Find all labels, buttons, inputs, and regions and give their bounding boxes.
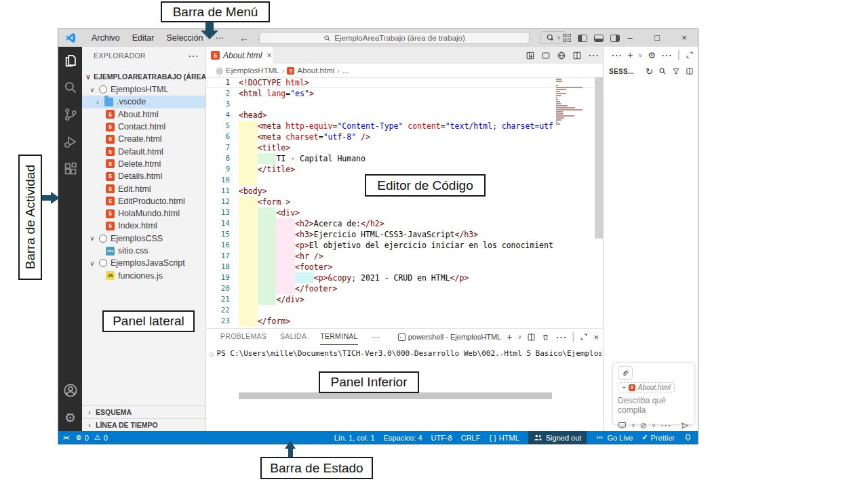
tab-close-icon[interactable]: ×	[267, 51, 271, 60]
code-line-7[interactable]: 7<title>	[207, 142, 604, 153]
tree-item-Details.html[interactable]: 5Details.html	[82, 170, 205, 182]
settings-gear-icon[interactable]: ⚙	[58, 404, 82, 431]
explorer-more-actions-icon[interactable]: ⋯	[188, 49, 199, 62]
workspace-root-item[interactable]: ∨ EJEMPLOAREATRABAJO (ÁREA DE...	[82, 70, 205, 83]
close-panel-icon[interactable]: ×	[593, 332, 599, 342]
code-line-18[interactable]: 18<footer>	[207, 262, 604, 272]
panel-more-actions-icon[interactable]: ⋯	[555, 331, 566, 344]
breadcrumb-EjemplosHTML[interactable]: ◎EjemplosHTML	[216, 66, 279, 75]
horizontal-scrollbar[interactable]	[239, 392, 552, 399]
new-chat-icon[interactable]: +	[627, 49, 633, 60]
toggle-layout-icon[interactable]	[541, 51, 551, 60]
language-mode[interactable]: { } HTML	[489, 434, 519, 442]
signed-out-status[interactable]: Signed out	[528, 431, 587, 444]
code-line-22[interactable]: 22	[207, 305, 604, 316]
maximize-button[interactable]: □	[644, 29, 671, 47]
tree-item-Edit.html[interactable]: 5Edit.html	[82, 182, 205, 195]
code-line-15[interactable]: 15<h3>Ejercicio HTML-CSS3-JavaScript</h3…	[207, 229, 604, 240]
attach-context-button[interactable]	[618, 366, 633, 380]
code-line-19[interactable]: 19<p>&copy; 2021 - CRUD en HTML</p>	[207, 272, 604, 283]
breadcrumb-Abouthtml[interactable]: 5About.html	[287, 66, 334, 75]
remote-indicator-icon[interactable]: ><	[63, 434, 69, 441]
cursor-position[interactable]: Lín. 1, col. 1	[334, 434, 375, 442]
chat-input-placeholder[interactable]: Describa qué compila	[618, 396, 690, 415]
panel-tab-salida[interactable]: SALIDA	[280, 329, 307, 345]
chat-history-icon[interactable]: ⋯	[611, 49, 622, 62]
prettier-status[interactable]: ✓ Prettier	[642, 433, 675, 442]
chevron-down-icon[interactable]: ∨	[638, 52, 642, 58]
tree-item-Default.html[interactable]: 5Default.html	[82, 145, 205, 157]
code-line-16[interactable]: 16<p>El objetivo del ejercicio iniciar e…	[207, 240, 604, 251]
minimize-button[interactable]: –	[616, 29, 644, 47]
tree-item-EditProducto.html[interactable]: 5EditProducto.html	[82, 195, 205, 207]
split-editor-icon[interactable]	[572, 51, 582, 60]
open-in-browser-globe-icon[interactable]	[557, 51, 566, 60]
code-line-8[interactable]: 8TI - Capital Humano	[207, 153, 604, 164]
tree-item-.vscode[interactable]: ›.vscode	[82, 96, 205, 108]
back-arrow-icon[interactable]: ←	[239, 33, 249, 43]
tree-item-Delete.html[interactable]: 5Delete.html	[82, 158, 205, 170]
encoding[interactable]: UTF-8	[431, 434, 452, 442]
accounts-icon[interactable]	[58, 377, 82, 404]
send-icon[interactable]	[680, 421, 690, 430]
code-editor[interactable]: 1<!DOCTYPE html>2<html lang="es">34<head…	[207, 77, 604, 328]
chat-more-icon[interactable]: ⋯	[660, 419, 671, 432]
editor-more-actions-icon[interactable]: ⋯	[588, 49, 599, 62]
tree-item-Index.html[interactable]: 5Index.html	[82, 220, 205, 232]
tree-item-Contact.html[interactable]: 5Contact.html	[82, 121, 205, 133]
kill-terminal-trash-icon[interactable]	[541, 333, 550, 342]
code-line-20[interactable]: 20</footer>	[207, 283, 604, 294]
expand-panel-icon[interactable]	[686, 51, 694, 59]
outline-section[interactable]: › ESQUEMA	[82, 405, 205, 418]
customize-layout-icon[interactable]	[563, 34, 571, 42]
tree-item-HolaMundo.html[interactable]: 5HolaMundo.html	[82, 207, 205, 220]
eol-sequence[interactable]: CRLF	[461, 434, 481, 442]
attached-file-chip[interactable]: + 5 About.html	[618, 382, 675, 392]
timeline-section[interactable]: › LÍNEA DE TIEMPO	[82, 418, 205, 431]
tree-item-About.html[interactable]: 5About.html	[82, 108, 205, 121]
notifications-bell-icon[interactable]	[684, 433, 692, 442]
extensions-icon[interactable]	[58, 155, 82, 182]
new-terminal-icon[interactable]: +	[507, 331, 512, 342]
code-line-1[interactable]: 1<!DOCTYPE html>	[207, 77, 604, 88]
toggle-sidebar-icon[interactable]	[578, 35, 587, 42]
monitor-icon[interactable]	[618, 421, 627, 430]
chevron-down-icon[interactable]: ∨	[652, 422, 656, 428]
view-columns-icon[interactable]	[686, 67, 694, 75]
terminal-dropdown-icon[interactable]: ∨	[517, 334, 521, 340]
code-line-12[interactable]: 12<form >	[207, 197, 604, 207]
tree-item-EjemplosCSS[interactable]: ∨EjemplosCSS	[82, 232, 205, 245]
code-line-4[interactable]: 4<head>	[207, 110, 604, 121]
mode-icon[interactable]: ⊘	[640, 421, 647, 430]
tree-item-funciones.js[interactable]: JSfunciones.js	[82, 269, 205, 281]
chat-more-actions-icon[interactable]: ⋯	[661, 49, 672, 62]
terminal-prompt[interactable]: ○ PS C:\Users\mille\Documents\TICH-Ver3.…	[210, 349, 601, 358]
source-control-icon[interactable]	[58, 101, 82, 128]
close-button[interactable]: ×	[671, 29, 698, 47]
panel-tab-problemas[interactable]: PROBLEMAS	[220, 329, 267, 345]
code-line-5[interactable]: 5<meta http-equiv="Content-Type" content…	[207, 121, 604, 131]
chat-settings-gear-icon[interactable]: ⚙	[648, 50, 656, 60]
chevron-down-icon[interactable]: ∨	[631, 422, 635, 428]
minimap[interactable]	[556, 79, 593, 125]
panel-tabs-overflow-icon[interactable]: ⋯	[372, 329, 380, 345]
code-line-13[interactable]: 13<div>	[207, 207, 604, 218]
maximize-panel-icon[interactable]	[580, 333, 588, 341]
menu-archivo[interactable]: Archivo	[85, 29, 126, 47]
terminal-instance[interactable]: ›_ powershell - EjemplosHTML	[398, 333, 502, 341]
problems-indicator[interactable]: ⊗0 ⚠0	[76, 433, 108, 442]
indentation[interactable]: Espacios: 4	[384, 434, 422, 442]
breadcrumb-[interactable]: ...	[342, 66, 349, 75]
split-terminal-icon[interactable]	[527, 333, 536, 342]
search-icon[interactable]	[58, 74, 82, 101]
code-line-23[interactable]: 23</form>	[207, 316, 604, 327]
refresh-icon[interactable]: ↻	[646, 66, 653, 77]
split-editor-down-icon[interactable]	[526, 51, 535, 60]
tab-about-html[interactable]: 5 About.html ×	[207, 47, 273, 64]
tree-item-EjemplosJavaScript[interactable]: ∨EjemplosJavaScript	[82, 257, 205, 269]
code-line-17[interactable]: 17<hr />	[207, 251, 604, 262]
code-line-3[interactable]: 3	[207, 99, 604, 110]
code-line-21[interactable]: 21</div>	[207, 294, 604, 305]
code-line-9[interactable]: 9</title>	[207, 164, 604, 175]
tree-item-sitio.css[interactable]: csssitio.css	[82, 245, 205, 257]
